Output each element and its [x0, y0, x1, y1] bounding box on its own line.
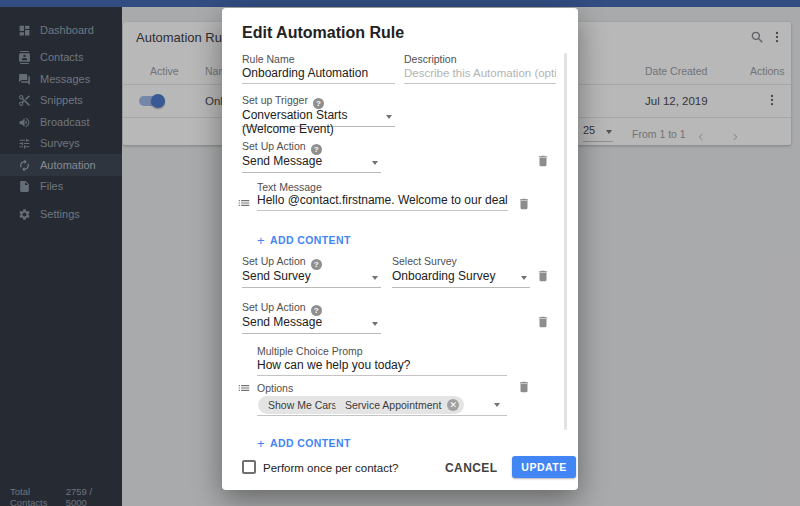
chevron-down-icon: [386, 115, 392, 119]
trash-icon: [536, 315, 550, 329]
action3-select-value: Send Message: [242, 315, 322, 329]
delete-options-button[interactable]: [517, 380, 531, 394]
delete-action3-button[interactable]: [536, 315, 550, 329]
trash-icon: [536, 269, 550, 283]
chip-label: Service Appointment: [345, 399, 441, 411]
options-underline: [257, 415, 507, 416]
trash-icon: [517, 380, 531, 394]
action1-label-text: Set Up Action: [242, 140, 306, 152]
delete-action1-button[interactable]: [536, 154, 550, 168]
action1-label: Set Up Action?: [242, 140, 322, 155]
trigger-select-value: Conversation Starts (Welcome Event): [242, 108, 347, 136]
options-label: Options: [257, 382, 293, 394]
select-survey-label: Select Survey: [392, 255, 457, 267]
prompt-label: Multiple Choice Promp: [257, 345, 363, 357]
action1-select[interactable]: Send Message: [242, 154, 381, 173]
trigger-label-text: Set up Trigger: [242, 94, 308, 106]
add-content-button[interactable]: +ADD CONTENT: [257, 436, 351, 451]
edit-automation-rule-dialog: Edit Automation Rule Rule Name Descripti…: [222, 8, 578, 490]
update-button[interactable]: UPDATE: [512, 456, 576, 478]
rule-name-input[interactable]: [242, 66, 395, 84]
add-content-label: ADD CONTENT: [270, 437, 351, 449]
perform-once-label: Perform once per contact?: [263, 462, 399, 474]
action3-label: Set Up Action?: [242, 301, 322, 316]
survey-select-value: Onboarding Survey: [392, 269, 495, 283]
modal-scrollbar[interactable]: [564, 53, 567, 430]
description-label: Description: [404, 53, 457, 65]
chip-label: Show Me Cars: [268, 399, 337, 411]
plus-icon: +: [257, 436, 265, 451]
prompt-input[interactable]: [257, 358, 507, 376]
chevron-down-icon: [372, 322, 378, 326]
chevron-down-icon: [372, 276, 378, 280]
chevron-down-icon[interactable]: [494, 403, 500, 407]
trigger-select[interactable]: Conversation Starts (Welcome Event): [242, 108, 395, 127]
survey-select[interactable]: Onboarding Survey: [392, 269, 530, 288]
description-input[interactable]: [404, 66, 556, 84]
text-message-label: Text Message: [257, 181, 322, 193]
cancel-button[interactable]: CANCEL: [445, 461, 497, 475]
drag-handle[interactable]: [237, 196, 251, 214]
trigger-label: Set up Trigger?: [242, 94, 324, 109]
plus-icon: +: [257, 233, 265, 248]
chevron-down-icon: [372, 161, 378, 165]
option-chip[interactable]: Service Appointment ✕: [335, 396, 464, 414]
trash-icon: [517, 197, 531, 211]
perform-once-checkbox[interactable]: [242, 460, 256, 474]
action2-select[interactable]: Send Survey: [242, 269, 381, 288]
chevron-down-icon: [521, 276, 527, 280]
chip-remove-icon[interactable]: ✕: [447, 399, 459, 411]
trash-icon: [536, 154, 550, 168]
action2-label-text: Set Up Action: [242, 255, 306, 267]
add-content-button[interactable]: +ADD CONTENT: [257, 233, 351, 248]
action1-select-value: Send Message: [242, 154, 322, 168]
rule-name-label: Rule Name: [242, 53, 295, 65]
add-content-label: ADD CONTENT: [270, 234, 351, 246]
action2-select-value: Send Survey: [242, 269, 311, 283]
action2-label: Set Up Action?: [242, 255, 322, 270]
text-message-input[interactable]: [257, 193, 508, 211]
delete-text-message-button[interactable]: [517, 197, 531, 211]
action3-label-text: Set Up Action: [242, 301, 306, 313]
list-toc-icon: [237, 196, 251, 210]
action3-select[interactable]: Send Message: [242, 315, 381, 334]
delete-action2-button[interactable]: [536, 269, 550, 283]
dialog-title: Edit Automation Rule: [242, 24, 404, 42]
list-toc-icon: [237, 381, 251, 395]
drag-handle[interactable]: [237, 381, 251, 399]
